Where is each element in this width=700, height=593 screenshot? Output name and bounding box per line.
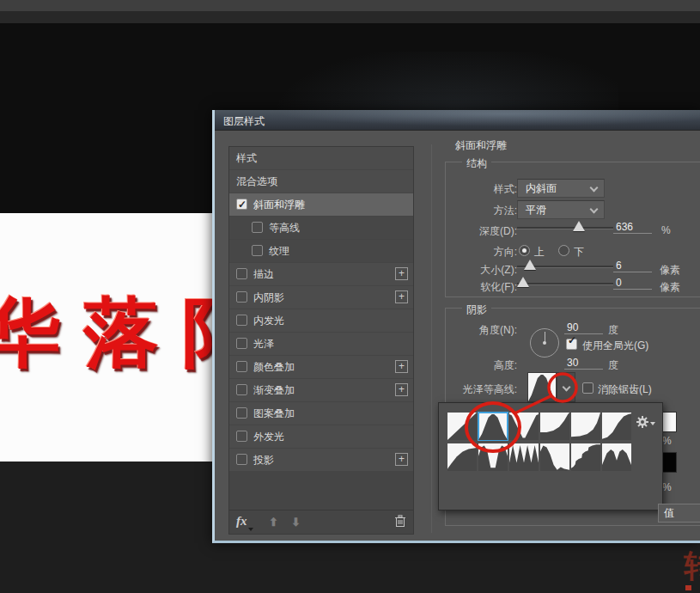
- effect-checkbox[interactable]: [236, 384, 247, 395]
- contour-option-高斯[interactable]: [602, 413, 631, 440]
- panel-divider: [431, 144, 432, 533]
- global-light-label: 使用全局光(G): [582, 339, 648, 353]
- soften-label: 软化(F):: [440, 280, 517, 295]
- effect-checkbox[interactable]: [252, 222, 263, 233]
- shadow-color-swatch[interactable]: [662, 452, 677, 473]
- contour-option-锯齿 1[interactable]: [602, 443, 631, 471]
- effect-row-3[interactable]: 等高线: [229, 217, 413, 239]
- structure-legend: 结构: [462, 156, 491, 171]
- contour-shape-icon: [509, 413, 539, 440]
- document-canvas[interactable]: 华落阳: [0, 213, 212, 462]
- contour-shape-icon: [478, 443, 508, 471]
- effect-row-10[interactable]: 渐变叠加+: [229, 379, 413, 401]
- effect-row-12[interactable]: 外发光: [229, 425, 413, 448]
- effect-row-9[interactable]: 颜色叠加+: [229, 356, 413, 378]
- contour-shape-icon: [602, 413, 631, 440]
- slider-handle[interactable]: [517, 277, 529, 287]
- contour-option-半圆[interactable]: [447, 443, 477, 471]
- size-slider[interactable]: [517, 260, 613, 272]
- direction-up-radio[interactable]: [519, 245, 530, 256]
- contour-option-内凹 - 浅[interactable]: [571, 413, 600, 440]
- highlight-color-swatch[interactable]: [662, 412, 677, 432]
- effect-row-4[interactable]: 纹理: [229, 240, 413, 262]
- add-instance-button[interactable]: +: [395, 360, 408, 373]
- effect-row-13[interactable]: 投影+: [229, 449, 413, 471]
- contour-option-线性[interactable]: [447, 413, 477, 440]
- watermark-mark: [685, 585, 691, 590]
- effect-checkbox[interactable]: [236, 407, 247, 419]
- altitude-input[interactable]: 30: [564, 357, 603, 370]
- effect-row-11[interactable]: 图案叠加: [229, 402, 413, 425]
- effect-checkbox[interactable]: [236, 431, 247, 442]
- contour-option-圆形台阶[interactable]: [571, 443, 600, 471]
- contour-option-锥形[interactable]: [478, 413, 508, 440]
- delete-effect-button[interactable]: [394, 515, 406, 530]
- highlight-opacity-unit: %: [662, 435, 672, 447]
- effect-checkbox[interactable]: [236, 315, 247, 326]
- app-menubar: [0, 0, 700, 11]
- fx-menu-button[interactable]: fx: [236, 514, 247, 529]
- method-value: 平滑: [526, 204, 546, 216]
- contour-shape-icon: [571, 443, 600, 471]
- effect-checkbox[interactable]: [236, 199, 247, 210]
- contour-option-滚动斜坡 - 递减[interactable]: [540, 443, 569, 471]
- size-input[interactable]: 6: [613, 260, 652, 272]
- depth-input[interactable]: 636: [613, 221, 652, 234]
- slider-handle[interactable]: [573, 221, 585, 231]
- altitude-label: 高度:: [440, 358, 517, 373]
- soften-slider[interactable]: [517, 278, 613, 290]
- effect-label: 光泽: [253, 338, 274, 350]
- contour-option-锥形 - 反转[interactable]: [509, 413, 539, 440]
- add-instance-button[interactable]: +: [395, 290, 408, 303]
- gloss-contour-thumbnail[interactable]: [527, 372, 557, 402]
- effect-row-7[interactable]: 内发光: [229, 309, 413, 332]
- angle-dial[interactable]: [530, 328, 559, 358]
- effect-checkbox[interactable]: [236, 268, 247, 279]
- effect-label: 外发光: [253, 431, 284, 443]
- soften-input[interactable]: 0: [613, 277, 652, 290]
- effect-label: 投影: [253, 454, 274, 466]
- effect-row-2[interactable]: 斜面和浮雕: [229, 193, 413, 216]
- effect-checkbox[interactable]: [236, 291, 247, 303]
- angle-label: 角度(N):: [440, 323, 517, 338]
- style-dropdown[interactable]: 内斜面: [517, 179, 605, 198]
- direction-down-radio[interactable]: [558, 245, 569, 256]
- add-instance-button[interactable]: +: [395, 453, 408, 466]
- add-instance-button[interactable]: +: [395, 267, 408, 280]
- effect-row-5[interactable]: 描边+: [229, 263, 413, 285]
- layer-style-dialog: 图层样式 样式混合选项斜面和浮雕等高线纹理描边+内阴影+内发光光泽颜色叠加+渐变…: [212, 110, 700, 543]
- gear-icon: [636, 415, 649, 429]
- dialog-titlebar[interactable]: 图层样式: [215, 110, 700, 131]
- effect-row-0[interactable]: 样式: [229, 147, 413, 169]
- effect-row-1[interactable]: 混合选项: [229, 170, 413, 193]
- move-effect-up-button[interactable]: ⬆: [269, 516, 278, 529]
- angle-input[interactable]: 90: [564, 321, 603, 334]
- slider-handle[interactable]: [524, 260, 536, 270]
- depth-slider[interactable]: [517, 222, 613, 234]
- method-label: 方法:: [440, 204, 517, 218]
- direction-down-label: 下: [574, 245, 584, 260]
- picker-menu-button[interactable]: [636, 415, 649, 431]
- contour-shape-icon: [478, 413, 508, 440]
- add-instance-button[interactable]: +: [395, 383, 408, 396]
- direction-up-label: 上: [534, 245, 545, 260]
- effect-checkbox[interactable]: [236, 454, 247, 465]
- effect-checkbox[interactable]: [252, 245, 263, 256]
- effect-row-8[interactable]: 光泽: [229, 333, 413, 355]
- effect-checkbox[interactable]: [236, 361, 247, 372]
- gloss-contour-dropdown-button[interactable]: [557, 372, 575, 402]
- size-unit: 像素: [660, 263, 680, 278]
- contour-option-环形[interactable]: [478, 443, 508, 471]
- move-effect-down-button[interactable]: ⬇: [291, 516, 301, 529]
- fx-menu-caret-icon: [248, 528, 253, 531]
- contour-shape-icon: [602, 443, 631, 471]
- effect-row-6[interactable]: 内阴影+: [229, 286, 413, 309]
- method-dropdown[interactable]: 平滑: [517, 200, 605, 219]
- antialias-checkbox[interactable]: [582, 382, 593, 394]
- contour-option-环形 - 双[interactable]: [509, 443, 539, 471]
- global-light-checkbox[interactable]: [566, 339, 577, 350]
- effect-label: 内阴影: [253, 291, 284, 303]
- effect-checkbox[interactable]: [236, 338, 247, 349]
- contour-option-内凹 - 深[interactable]: [540, 413, 569, 440]
- set-default-button[interactable]: 值: [658, 504, 700, 523]
